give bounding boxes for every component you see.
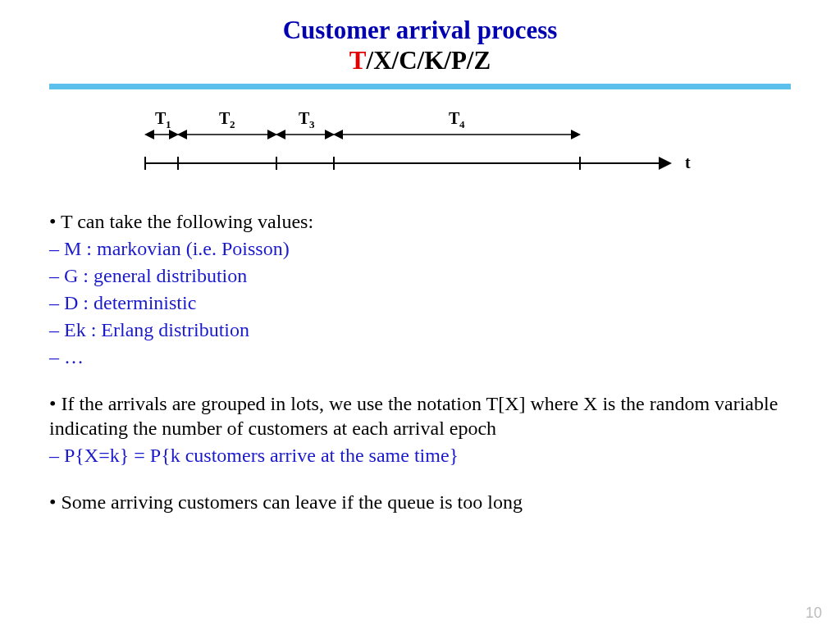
svg-text:T: T — [219, 109, 231, 127]
notation-rest: /X/C/K/P/Z — [367, 46, 491, 75]
divider — [49, 84, 791, 89]
interval-label-4: T4 — [449, 109, 465, 130]
interval-label-2: T2 — [219, 109, 235, 130]
batch-probability: – P{X=k} = P{k customers arrive at the s… — [49, 443, 791, 468]
content-body: • T can take the following values: – M :… — [49, 209, 791, 514]
value-ek: – Ek : Erlang distribution — [49, 317, 791, 342]
value-ellipsis: – … — [49, 345, 791, 369]
svg-text:T: T — [449, 109, 460, 127]
svg-text:4: 4 — [459, 118, 465, 130]
bullet-balking: • Some arriving customers can leave if t… — [49, 490, 791, 514]
interval-label-3: T3 — [299, 109, 315, 130]
page-number: 10 — [806, 605, 822, 622]
page-title: Customer arrival process — [49, 15, 791, 45]
bullet-batch-arrivals: • If the arrivals are grouped in lots, w… — [49, 391, 791, 441]
interarrival-diagram: t T1 T2 T3 T4 — [137, 106, 703, 185]
kendall-notation: T/X/C/K/P/Z — [49, 45, 791, 75]
notation-t: T — [349, 46, 367, 75]
axis-label: t — [685, 153, 691, 171]
value-d: – D : deterministic — [49, 290, 791, 315]
svg-text:T: T — [299, 109, 310, 127]
svg-text:1: 1 — [166, 118, 171, 130]
title-block: Customer arrival process T/X/C/K/P/Z — [49, 15, 791, 75]
interval-label-1: T1 — [155, 109, 171, 130]
svg-text:2: 2 — [230, 118, 235, 130]
svg-text:T: T — [155, 109, 167, 127]
svg-text:3: 3 — [309, 118, 315, 130]
value-g: – G : general distribution — [49, 263, 791, 288]
value-m: – M : markovian (i.e. Poisson) — [49, 236, 791, 261]
bullet-t-values: • T can take the following values: — [49, 209, 791, 234]
slide: Customer arrival process T/X/C/K/P/Z t — [0, 0, 840, 514]
